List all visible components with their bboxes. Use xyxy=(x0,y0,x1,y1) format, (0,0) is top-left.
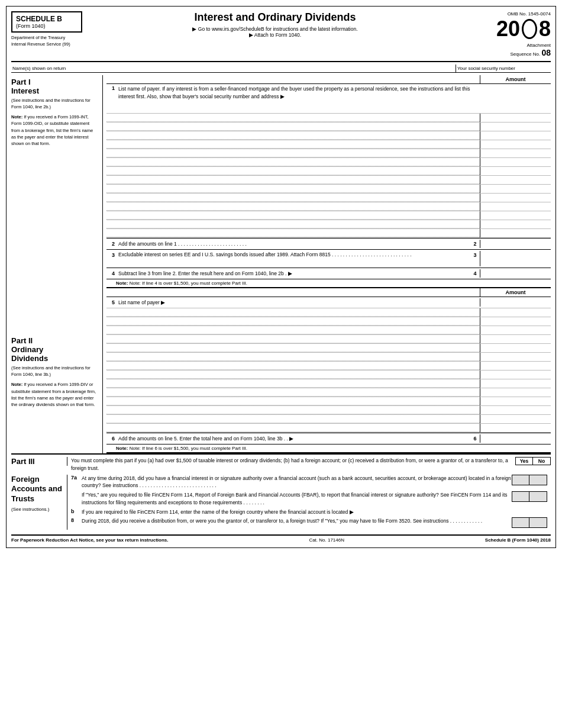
line4-desc: Subtract line 3 from line 2. Enter the r… xyxy=(116,270,470,276)
payer-amount-2-4[interactable] xyxy=(480,344,551,352)
payer-amount-1-8[interactable] xyxy=(480,185,551,193)
payer-text-2-3[interactable] xyxy=(106,335,480,343)
payer-line-2-4 xyxy=(106,344,551,353)
payer-text-1-11[interactable] xyxy=(106,211,480,220)
payer-amount-2-9[interactable] xyxy=(480,388,551,397)
payer-text-2-2[interactable] xyxy=(106,326,480,334)
payer-text-1-12[interactable] xyxy=(106,220,480,228)
payer-amount-2-12[interactable] xyxy=(480,415,551,423)
q7a-sub-yes-box[interactable] xyxy=(512,491,529,502)
payer-text-2-6[interactable] xyxy=(106,362,480,370)
amount-header-2: Amount xyxy=(106,288,551,297)
payer-text-1-10[interactable] xyxy=(106,202,480,211)
payer-text-2-4[interactable] xyxy=(106,344,480,352)
payer-text-2-7[interactable] xyxy=(106,371,480,379)
payer-text-2-5[interactable] xyxy=(106,353,480,361)
payer-text-1-6[interactable] xyxy=(106,167,480,175)
q7a-no-box[interactable] xyxy=(529,475,547,485)
payer-amount-1-1[interactable] xyxy=(480,123,551,131)
payer-amount-2-1[interactable] xyxy=(480,317,551,326)
line4-amount-box[interactable] xyxy=(480,269,551,278)
payer-text-2-9[interactable] xyxy=(106,388,480,397)
amount-label-2: Amount xyxy=(480,288,551,297)
part1-content: Amount 1 List name of payer. If any inte… xyxy=(106,75,551,288)
payer-amount-1-6[interactable] xyxy=(480,167,551,175)
payer-text-2-10[interactable] xyxy=(106,397,480,405)
part3-title-col: Part III xyxy=(11,457,67,466)
footer-schedule-ref: Schedule B (Form 1040) 2018 xyxy=(485,537,551,543)
part3-main-title: Part III xyxy=(11,457,63,466)
part3-foreign-title: Foreign Accounts and Trusts xyxy=(11,475,63,505)
q8-yes-box[interactable] xyxy=(512,517,529,528)
payer-amount-2-5[interactable] xyxy=(480,353,551,361)
q8-num: 8 xyxy=(71,517,82,523)
line2-amount-box[interactable] xyxy=(480,240,551,248)
part3-see-inst: (See instructions.) xyxy=(11,507,63,513)
payer-amount-1-11[interactable] xyxy=(480,211,551,220)
payer-line-1-4 xyxy=(106,149,551,158)
payer-amount-1-10[interactable] xyxy=(480,202,551,211)
line3-desc: Excludable interest on series EE and I U… xyxy=(116,251,470,259)
payer-amount-1-5[interactable] xyxy=(480,158,551,166)
payer-amount-2-8[interactable] xyxy=(480,379,551,388)
part3-intro-text: You must complete this part if you (a) h… xyxy=(67,457,515,472)
payer-amount-1-4[interactable] xyxy=(480,149,551,157)
line3-amount-box[interactable] xyxy=(480,251,551,266)
payer-text-2-1[interactable] xyxy=(106,317,480,326)
payer-text-1-7[interactable] xyxy=(106,176,480,184)
payer-lines-2 xyxy=(106,308,551,433)
payer-text-1-2[interactable] xyxy=(106,131,480,140)
payer-text-2-8[interactable] xyxy=(106,379,480,388)
payer-text-2-0[interactable] xyxy=(106,308,480,317)
payer-amount-1-7[interactable] xyxy=(480,176,551,184)
payer-line-2-8 xyxy=(106,379,551,388)
payer-amount-2-10[interactable] xyxy=(480,397,551,405)
q7a-yes-box[interactable] xyxy=(512,475,529,485)
part2-subtitle1: Ordinary xyxy=(11,345,99,354)
payer-amount-1-9[interactable] xyxy=(480,194,551,202)
payer-amount-2-11[interactable] xyxy=(480,406,551,414)
payer-text-1-8[interactable] xyxy=(106,185,480,193)
q7a-sub-no-box[interactable] xyxy=(529,491,547,502)
payer-line-1-12 xyxy=(106,220,551,229)
payer-amount-2-3[interactable] xyxy=(480,335,551,343)
payer-text-2-11[interactable] xyxy=(106,406,480,414)
payer-line-1-8 xyxy=(106,185,551,194)
line5-first-amount-box[interactable] xyxy=(480,298,551,307)
line1-desc: List name of payer. If any interest is f… xyxy=(116,84,480,102)
line3-num: 3 xyxy=(106,251,116,258)
payer-amount-2-0[interactable] xyxy=(480,308,551,317)
payer-amount-2-13[interactable] xyxy=(480,424,551,432)
payer-amount-1-12[interactable] xyxy=(480,220,551,228)
line6-row: 6 Add the amounts on line 5. Enter the t… xyxy=(106,433,551,444)
part2-subtitle2: Dividends xyxy=(11,354,99,363)
payer-amount-2-7[interactable] xyxy=(480,371,551,379)
q7a-row: 7a At any time during 2018, did you have… xyxy=(71,475,547,490)
line6-desc: Add the amounts on line 5. Enter the tot… xyxy=(116,436,470,442)
line3-row: 3 Excludable interest on series EE and I… xyxy=(106,250,551,268)
payer-text-1-3[interactable] xyxy=(106,140,480,149)
part2-content: Amount 5 List name of payer ▶ 6 Add the … xyxy=(106,288,551,453)
line5-num: 5 xyxy=(106,299,116,305)
payer-amount-2-2[interactable] xyxy=(480,326,551,334)
q8-no-box[interactable] xyxy=(529,517,547,528)
payer-text-1-1[interactable] xyxy=(106,123,480,131)
line6-amount-box[interactable] xyxy=(480,434,551,443)
payer-text-1-4[interactable] xyxy=(106,149,480,157)
payer-line-2-5 xyxy=(106,353,551,362)
payer-line-2-6 xyxy=(106,362,551,371)
note4-text: Note: If line 4 is over $1,500, you must… xyxy=(130,281,247,286)
schedule-b-box: SCHEDULE B (Form 1040) Department of the… xyxy=(11,11,88,47)
payer-amount-1-0[interactable] xyxy=(480,114,551,122)
payer-amount-1-2[interactable] xyxy=(480,131,551,140)
payer-text-1-13[interactable] xyxy=(106,229,480,237)
payer-text-1-0[interactable] xyxy=(106,114,480,122)
payer-line-1-0 xyxy=(106,114,551,123)
payer-amount-1-3[interactable] xyxy=(480,140,551,149)
payer-text-2-12[interactable] xyxy=(106,415,480,423)
payer-amount-1-13[interactable] xyxy=(480,229,551,237)
payer-text-1-5[interactable] xyxy=(106,158,480,166)
payer-amount-2-6[interactable] xyxy=(480,362,551,370)
payer-text-1-9[interactable] xyxy=(106,194,480,202)
payer-text-2-13[interactable] xyxy=(106,424,480,432)
